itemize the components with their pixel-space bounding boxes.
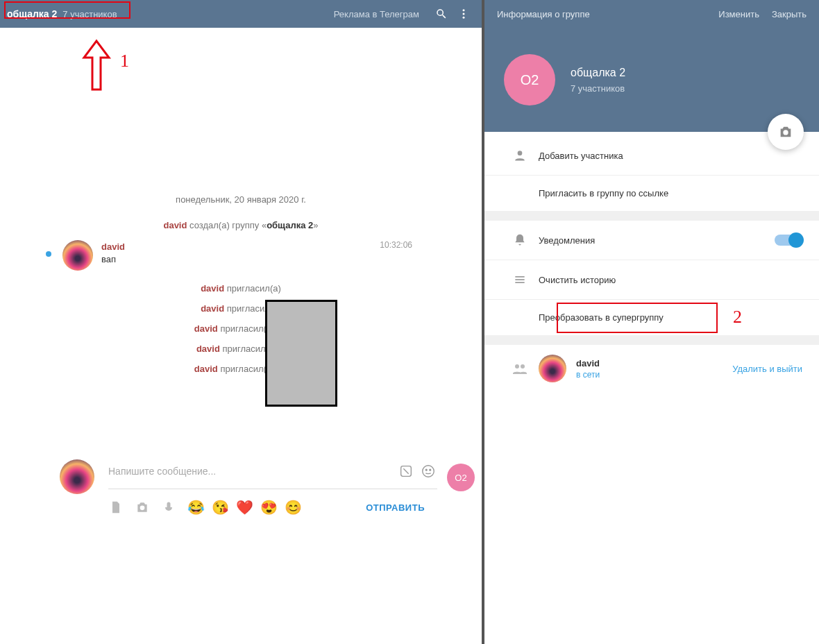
add-member-label: Добавить участника bbox=[539, 151, 802, 161]
svg-rect-11 bbox=[515, 276, 524, 278]
system-action: создал(а) группу « bbox=[189, 220, 267, 230]
annotation-label-1: 1 bbox=[120, 51, 129, 71]
emoji-quick[interactable]: 😂 bbox=[187, 499, 205, 516]
invite-link-row[interactable]: Пригласить в группу по ссылке bbox=[484, 175, 819, 211]
system-user: david bbox=[163, 220, 187, 230]
emoji-quick[interactable]: 😘 bbox=[212, 499, 229, 516]
group-subtitle: 7 участников bbox=[571, 83, 625, 94]
annotation-label-2: 2 bbox=[733, 307, 742, 328]
ad-link[interactable]: Реклама в Телеграм bbox=[334, 9, 419, 19]
send-button[interactable]: ОТПРАВИТЬ bbox=[366, 502, 425, 513]
system-group: общалка 2 bbox=[267, 220, 313, 230]
emoji-quick[interactable]: 😊 bbox=[285, 499, 302, 516]
notifications-toggle[interactable] bbox=[775, 235, 802, 246]
system-invite-message: david пригласил(а) bbox=[0, 283, 482, 294]
message-input[interactable] bbox=[108, 466, 393, 477]
info-title: Информация о группе bbox=[497, 9, 706, 19]
composer-toolbar: 😂😘❤️😍😊 ОТПРАВИТЬ bbox=[108, 499, 437, 516]
svg-point-1 bbox=[463, 13, 465, 15]
group-info-pane: Информация о группе Изменить Закрыть О2 … bbox=[482, 0, 819, 644]
leave-button[interactable]: Удалить и выйти bbox=[732, 364, 802, 374]
list-icon bbox=[501, 273, 539, 287]
member-name[interactable]: david bbox=[576, 358, 732, 368]
system-invite-message: david пригласил(а) м bbox=[0, 344, 482, 354]
chat-pane: общалка 2 7 участников Реклама в Телегра… bbox=[0, 0, 482, 644]
emoji-quick[interactable]: 😍 bbox=[260, 499, 278, 516]
svg-point-15 bbox=[521, 364, 525, 368]
self-avatar[interactable] bbox=[60, 459, 94, 494]
group-avatar[interactable]: О2 bbox=[504, 54, 555, 105]
to-supergroup-label: Преобразовать в супергруппу bbox=[539, 312, 802, 323]
emoji-quick[interactable]: ❤️ bbox=[236, 499, 253, 516]
chat-title[interactable]: общалка 2 bbox=[7, 8, 57, 19]
system-invite-message: david пригласил(а) bbox=[0, 303, 482, 314]
unread-dot-icon bbox=[46, 251, 51, 257]
svg-point-2 bbox=[463, 17, 465, 19]
composer: О2 😂😘❤️😍😊 ОТПРАВИТЬ bbox=[62, 457, 437, 516]
set-photo-button[interactable] bbox=[768, 114, 804, 150]
svg-point-4 bbox=[423, 466, 434, 477]
svg-point-10 bbox=[518, 151, 523, 155]
people-icon bbox=[501, 360, 539, 377]
system-tail: » bbox=[313, 220, 318, 230]
bell-icon bbox=[501, 233, 539, 247]
close-button[interactable]: Закрыть bbox=[772, 9, 807, 19]
attach-command-icon[interactable] bbox=[397, 462, 415, 480]
group-name: общалка 2 bbox=[571, 67, 625, 79]
message-time: 10:32:06 bbox=[380, 240, 412, 250]
member-avatar[interactable] bbox=[539, 355, 566, 382]
camera-icon[interactable] bbox=[135, 500, 150, 515]
person-icon bbox=[501, 149, 539, 162]
destination-avatar[interactable]: О2 bbox=[447, 464, 475, 491]
redacted-block bbox=[265, 300, 337, 407]
member-row: david в сети Удалить и выйти bbox=[484, 345, 819, 392]
svg-point-0 bbox=[463, 9, 465, 11]
message-row: david 10:32:06 вап bbox=[0, 240, 482, 271]
message-author[interactable]: david bbox=[101, 242, 125, 252]
date-separator: понедельник, 20 января 2020 г. bbox=[0, 194, 482, 205]
system-create-message: david создал(а) группу «общалка 2» bbox=[0, 220, 482, 230]
system-invite-message: david пригласил(а) Vk bbox=[0, 364, 482, 374]
message-text: вап bbox=[101, 254, 482, 264]
svg-point-5 bbox=[425, 469, 427, 471]
chat-body: понедельник, 20 января 2020 г. david соз… bbox=[0, 28, 482, 374]
notifications-label: Уведомления bbox=[539, 235, 775, 246]
mic-icon[interactable] bbox=[161, 500, 176, 515]
svg-point-9 bbox=[783, 130, 788, 135]
system-invite-message: david пригласил(а) Vk bbox=[0, 323, 482, 334]
notifications-row[interactable]: Уведомления bbox=[484, 221, 819, 260]
clear-history-label: Очистить историю bbox=[539, 275, 802, 285]
emoji-icon[interactable] bbox=[419, 462, 437, 480]
add-member-row[interactable]: Добавить участника bbox=[484, 136, 819, 175]
member-status: в сети bbox=[576, 370, 732, 380]
svg-rect-12 bbox=[515, 279, 524, 280]
invite-link-label: Пригласить в группу по ссылке bbox=[539, 188, 802, 198]
svg-point-14 bbox=[515, 364, 519, 368]
file-icon[interactable] bbox=[108, 500, 124, 515]
group-hero: О2 общалка 2 7 участников bbox=[484, 28, 819, 132]
chat-header[interactable]: общалка 2 7 участников Реклама в Телегра… bbox=[0, 0, 482, 28]
search-icon[interactable] bbox=[430, 3, 453, 25]
annotation-arrow-1: 1 bbox=[80, 38, 135, 101]
chat-subtitle: 7 участников bbox=[62, 9, 117, 19]
edit-button[interactable]: Изменить bbox=[718, 9, 759, 19]
avatar[interactable] bbox=[62, 240, 93, 271]
svg-point-6 bbox=[430, 469, 431, 471]
svg-point-7 bbox=[140, 506, 145, 511]
more-icon[interactable] bbox=[453, 3, 475, 25]
svg-rect-13 bbox=[515, 282, 524, 283]
to-supergroup-row[interactable]: Преобразовать в супергруппу bbox=[484, 299, 819, 335]
info-header: Информация о группе Изменить Закрыть bbox=[484, 0, 819, 28]
clear-history-row[interactable]: Очистить историю bbox=[484, 260, 819, 299]
